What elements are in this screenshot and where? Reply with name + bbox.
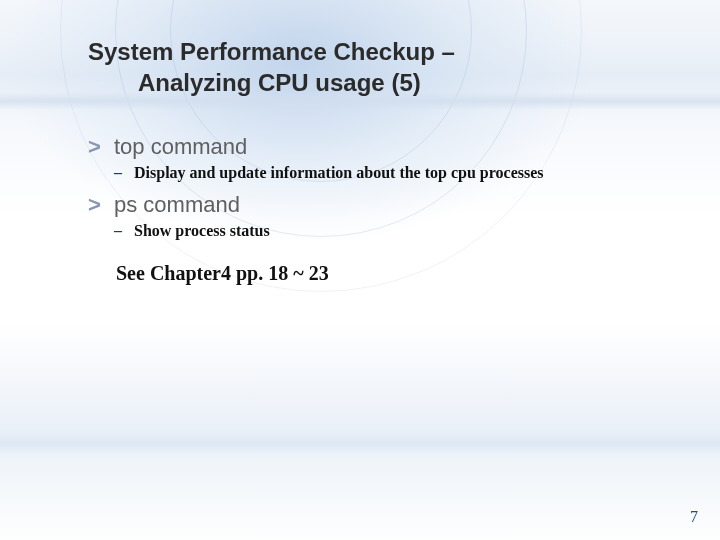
bullet-heading: ps command	[114, 192, 240, 218]
bullet-level2: – Display and update information about t…	[114, 164, 668, 182]
title-line-2: Analyzing CPU usage (5)	[88, 67, 648, 98]
slide: System Performance Checkup – Analyzing C…	[0, 0, 720, 540]
dash-icon: –	[114, 222, 134, 240]
page-number: 7	[690, 508, 698, 526]
bullet-level2: – Show process status	[114, 222, 668, 240]
chevron-right-icon: >	[88, 192, 114, 218]
slide-content: > top command – Display and update infor…	[88, 134, 668, 285]
bullet-sub: Display and update information about the…	[134, 164, 544, 182]
bullet-sub: Show process status	[134, 222, 270, 240]
title-line-1: System Performance Checkup –	[88, 36, 648, 67]
bullet-heading: top command	[114, 134, 247, 160]
bullet-level1: > ps command	[88, 192, 668, 218]
decorative-bar	[0, 430, 720, 456]
slide-title: System Performance Checkup – Analyzing C…	[88, 36, 648, 98]
reference-note: See Chapter4 pp. 18 ~ 23	[116, 262, 668, 285]
bullet-level1: > top command	[88, 134, 668, 160]
dash-icon: –	[114, 164, 134, 182]
chevron-right-icon: >	[88, 134, 114, 160]
